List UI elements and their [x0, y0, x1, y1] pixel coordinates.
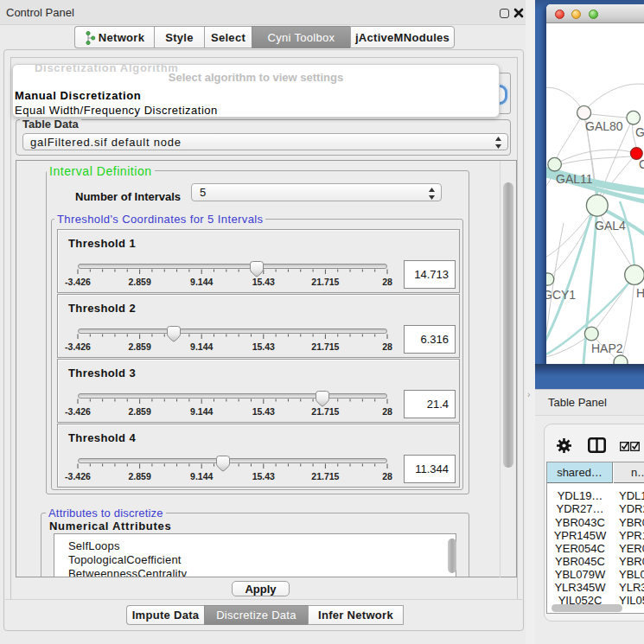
svg-text:C: C [639, 157, 644, 171]
svg-text:GAL4: GAL4 [595, 219, 626, 233]
svg-text:GCY1: GCY1 [546, 288, 576, 302]
svg-text:HAP2: HAP2 [591, 341, 623, 355]
svg-text:GAL11: GAL11 [556, 172, 593, 186]
svg-text:G: G [635, 125, 644, 139]
svg-text:H: H [636, 286, 644, 300]
svg-text:GAL80: GAL80 [585, 119, 623, 133]
